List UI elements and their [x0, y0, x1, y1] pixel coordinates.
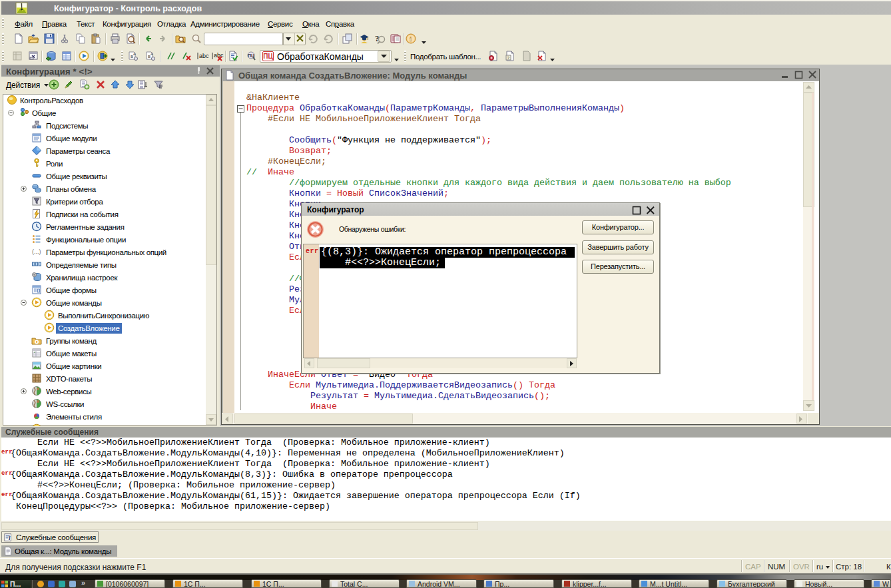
svg-text:(...): (...): [32, 248, 41, 255]
svg-text:B: B: [148, 55, 150, 59]
svg-text:i: i: [410, 35, 412, 43]
svg-text:A: A: [133, 52, 136, 56]
svg-text:A: A: [150, 52, 153, 56]
svg-text:abc: abc: [199, 53, 209, 59]
svg-text:B: B: [131, 55, 133, 59]
